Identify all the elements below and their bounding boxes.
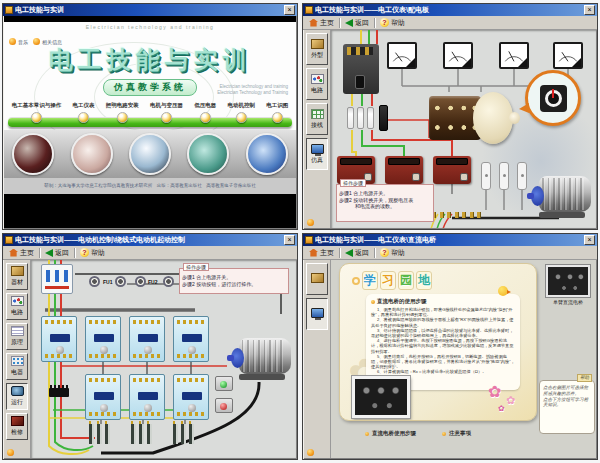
panel-meter [553, 42, 583, 69]
close-icon[interactable]: × [584, 5, 595, 15]
sidebar-item-principle[interactable]: 原理 [6, 323, 28, 350]
menu-orb-icon[interactable] [117, 112, 128, 123]
close-icon[interactable]: × [284, 235, 295, 245]
breaker-handle[interactable] [355, 75, 365, 89]
music-button[interactable] [307, 449, 314, 456]
sidebar-item-circuit[interactable]: 电路 [6, 293, 28, 320]
menu-orb-icon[interactable] [161, 112, 172, 123]
circuit-icon [311, 74, 324, 84]
sidebar-item-repair[interactable]: 检修 [6, 413, 28, 440]
titlebar[interactable]: 电工技能与实训——电动机控制\绕线式电动机起动控制 × [3, 234, 297, 246]
fuse [135, 276, 146, 287]
splash-content: Electrician technology and training 音乐 相… [4, 22, 296, 194]
bridge-photo [352, 376, 410, 418]
back-icon [345, 249, 353, 257]
back-icon [45, 249, 53, 257]
menu-orb-icon[interactable] [31, 112, 42, 123]
close-icon[interactable]: × [284, 5, 295, 15]
switch-knob-icon[interactable] [540, 85, 567, 112]
contactor [41, 316, 77, 362]
circuit-breaker[interactable] [343, 44, 379, 94]
bullet-icon [371, 300, 375, 304]
titlebar[interactable]: 电工技能与实训——电工仪表\配电板 × [303, 4, 597, 16]
home-icon [309, 249, 318, 257]
home-label: 主页 [320, 18, 334, 28]
fuse-link [517, 162, 527, 190]
link-usage-steps[interactable]: 直流电桥使用步骤 [365, 430, 416, 437]
sidebar-item-wiring[interactable]: 接线 [306, 103, 328, 135]
start-button[interactable] [220, 381, 227, 388]
contactor-terminals [133, 378, 163, 382]
stop-button[interactable] [220, 403, 227, 410]
step-line: 和电流表的读数。 [339, 203, 431, 210]
menu-item-lv-apparatus[interactable]: 低压电器 [194, 102, 216, 123]
music-button[interactable] [307, 219, 314, 226]
sidebar-item-run[interactable]: 运行 [6, 383, 28, 410]
titlebar[interactable]: 电工技能与实训——电工仪表\直流电桥 × [303, 234, 597, 246]
sidebar-item-apparatus[interactable]: 电器 [6, 353, 28, 380]
contactor [85, 316, 121, 362]
step-line: 步骤2 按动按钮，进行运行操作。 [182, 281, 286, 288]
circuit-breaker[interactable] [41, 264, 73, 294]
sidebar-item-appearance[interactable]: 外型 [306, 33, 328, 65]
home-button[interactable]: 主页 [306, 17, 337, 29]
pushbutton-station[interactable] [215, 398, 233, 413]
menu-item-motors-transformers[interactable]: 电机与变压器 [150, 102, 183, 123]
sidebar-item-circuit[interactable]: 电路 [306, 68, 328, 100]
sidebar-item-simulation[interactable]: 仿真 [306, 138, 328, 170]
help-button[interactable]: ?帮助 [377, 17, 408, 29]
contactor-label [94, 392, 114, 400]
flower-decoration: ✿ [506, 394, 515, 407]
ct-plate [460, 173, 468, 181]
menu-orb-icon[interactable] [200, 112, 211, 123]
menu-item-basics[interactable]: 电工基本常识与操作 [12, 102, 62, 123]
home-button[interactable]: 主页 [6, 247, 37, 259]
home-button[interactable]: 主页 [306, 247, 337, 259]
back-button[interactable]: 返回 [342, 247, 372, 259]
back-button[interactable]: 返回 [42, 247, 72, 259]
sidebar-item-equipment[interactable]: 器材 [6, 263, 28, 290]
main-menu: 电工基本常识与操作 电工仪表 照明电路安装 电机与变压器 低压电器 电动机控制 … [6, 102, 294, 123]
titlebar[interactable]: 电工技能与实训 × [3, 4, 297, 16]
knob-pointer [552, 89, 554, 98]
device-thumbnail[interactable]: 单臂直流电桥 [543, 265, 593, 305]
contactor-screw [188, 346, 196, 354]
menu-item-motor-control[interactable]: 电动机控制 [228, 102, 256, 123]
breaker-terminals [347, 47, 373, 55]
rotary-switch[interactable] [429, 92, 519, 144]
window-distribution-board: 电工技能与实训——电工仪表\配电板 × 主页 返回 ?帮助 外型 电路 接线 仿… [302, 3, 598, 230]
menu-orb-icon[interactable] [78, 112, 89, 123]
menu-orb-icon[interactable] [236, 112, 247, 123]
music-button[interactable] [7, 449, 14, 456]
back-button[interactable]: 返回 [342, 17, 372, 29]
window-title: 电工技能与实训——电工仪表\配电板 [315, 5, 582, 15]
motor-base [539, 212, 585, 218]
help-button[interactable]: ?帮助 [77, 247, 108, 259]
duck-decoration [498, 286, 508, 296]
toolbar-separator [74, 248, 75, 258]
sidebar-item-simulation[interactable] [306, 298, 328, 330]
contactor-terminals [133, 354, 163, 358]
menu-item-instruments[interactable]: 电工仪表 [72, 102, 94, 123]
help-button[interactable]: ?帮助 [377, 247, 408, 259]
motor-shaft [227, 355, 234, 361]
simulation-canvas: FU1 FU2 操作步骤 步骤1 合上电源开关。 步骤2 按动按钮，进行运行操作… [31, 260, 296, 458]
panel-meter [443, 42, 473, 69]
help-icon: ? [380, 18, 389, 27]
close-icon[interactable]: × [584, 235, 595, 245]
link-precautions[interactable]: 注意事项 [442, 430, 471, 437]
rotary-shaft [509, 112, 520, 124]
toolbar: 主页 返回 ?帮助 [303, 16, 597, 30]
menu-item-lighting[interactable]: 照明电路安装 [106, 102, 139, 123]
contactor-label [50, 334, 70, 342]
menu-item-drawings[interactable]: 电工识图 [266, 102, 288, 123]
motor-image [529, 174, 593, 218]
bridge-thumb-image[interactable] [546, 265, 590, 297]
sidebar: 外型 电路 接线 仿真 [304, 30, 331, 228]
window-dc-bridge: 电工技能与实训——电工仪表\直流电桥 × 主页 返回 ?帮助 ✿ ✿ 学 习 园 [302, 233, 598, 460]
resistor-bank [173, 424, 197, 444]
contactor-terminals [45, 354, 75, 358]
sidebar-item-appearance[interactable] [306, 263, 328, 295]
menu-orb-icon[interactable] [272, 112, 283, 123]
flower-decoration: ✿ [498, 404, 505, 413]
